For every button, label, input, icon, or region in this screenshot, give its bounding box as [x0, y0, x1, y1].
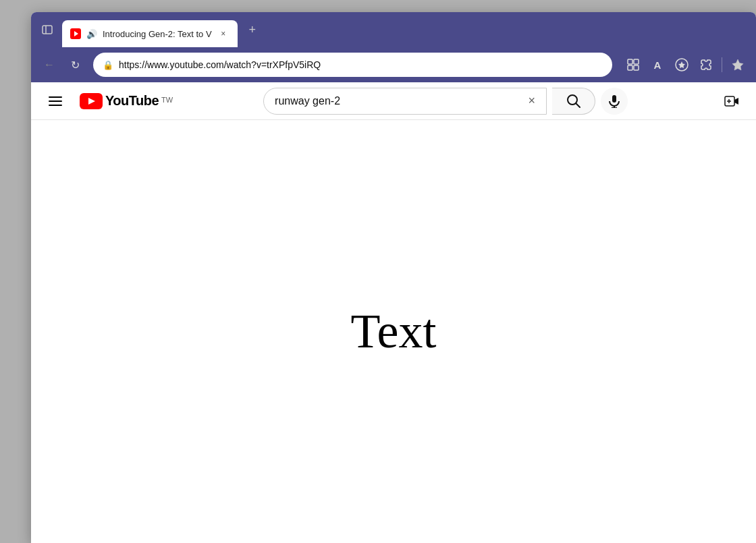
active-tab[interactable]: 🔊 Introducing Gen-2: Text to V × [62, 20, 238, 47]
browser-window: 🔊 Introducing Gen-2: Text to V × + ← ↻ 🔒… [31, 12, 756, 543]
svg-rect-12 [49, 101, 62, 102]
refresh-button[interactable]: ↻ [63, 53, 86, 76]
font-icon: A [654, 59, 662, 71]
voice-search-button[interactable] [601, 88, 628, 115]
new-tab-button[interactable]: + [240, 18, 265, 42]
search-clear-button[interactable]: × [529, 94, 536, 108]
refresh-icon: ↻ [71, 59, 80, 72]
tab-audio-icon: 🔊 [86, 29, 97, 39]
svg-marker-10 [732, 59, 743, 70]
svg-rect-4 [628, 59, 632, 64]
tab-favicon [70, 28, 81, 39]
menu-button[interactable] [42, 88, 69, 115]
address-bar-row: ← ↻ 🔒 https://www.youtube.com/watch?v=tr… [31, 47, 756, 82]
svg-rect-0 [43, 26, 52, 34]
back-icon: ← [44, 59, 55, 71]
svg-marker-9 [678, 61, 685, 68]
address-bar[interactable]: 🔒 https://www.youtube.com/watch?v=trXPfp… [93, 53, 612, 77]
favorites-button[interactable] [726, 53, 749, 76]
svg-marker-22 [734, 98, 738, 105]
search-area: runway gen-2 × [184, 88, 707, 115]
svg-rect-11 [49, 96, 62, 98]
reader-view-button[interactable]: A [646, 53, 669, 76]
back-button[interactable]: ← [38, 53, 61, 76]
address-text: https://www.youtube.com/watch?v=trXPfpV5… [119, 59, 603, 70]
main-content: Text [31, 120, 756, 543]
lock-icon: 🔒 [103, 60, 113, 70]
youtube-logo-tw: TW [161, 96, 173, 104]
youtube-logo-text: YouTube [105, 93, 159, 109]
youtube-logo-icon [80, 93, 103, 109]
tab-title: Introducing Gen-2: Text to V [103, 29, 212, 39]
star-filled-button[interactable] [670, 53, 693, 76]
tab-bar: 🔊 Introducing Gen-2: Text to V × + [31, 12, 756, 47]
svg-rect-13 [49, 105, 62, 106]
search-button[interactable] [552, 88, 595, 115]
svg-rect-6 [628, 65, 632, 70]
grid-view-button[interactable] [622, 53, 645, 76]
create-video-button[interactable] [718, 88, 745, 115]
youtube-logo[interactable]: YouTube TW [80, 93, 173, 109]
main-text: Text [351, 304, 437, 360]
header-right [718, 88, 745, 115]
page-content: YouTube TW runway gen-2 × [31, 82, 756, 543]
svg-rect-7 [634, 65, 639, 70]
search-box[interactable]: runway gen-2 × [263, 88, 547, 115]
toolbar-icons: A [622, 53, 749, 76]
search-input[interactable]: runway gen-2 [275, 95, 522, 107]
youtube-header: YouTube TW runway gen-2 × [31, 82, 756, 120]
sidebar-button[interactable] [36, 19, 58, 40]
extensions-button[interactable] [695, 53, 718, 76]
svg-line-17 [576, 103, 580, 107]
toolbar-divider [722, 57, 722, 72]
svg-rect-5 [634, 59, 639, 64]
tab-close-button[interactable]: × [217, 28, 230, 40]
svg-rect-18 [612, 95, 616, 103]
